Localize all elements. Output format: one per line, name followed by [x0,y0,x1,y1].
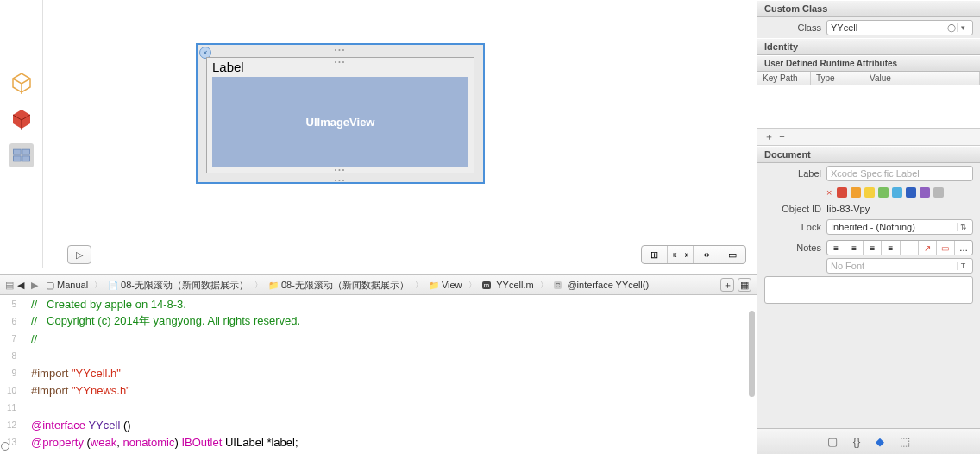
file-tab-icon[interactable]: ▢ [827,435,838,448]
resize-grip-top[interactable]: ••• [335,47,346,53]
cube-wire-icon[interactable] [9,71,34,95]
code-line[interactable]: 11 [0,399,757,416]
svg-rect-0 [13,149,21,154]
code-line[interactable]: 6// Copyright (c) 2014年 yangyong. All ri… [0,312,757,330]
align-center-button[interactable]: ≡ [845,241,864,255]
svg-rect-2 [13,156,21,161]
resize-grip-bottom[interactable]: ••• [335,177,346,183]
uilabel-placeholder[interactable]: Label [212,60,244,74]
add-editor-button[interactable]: ＋ [720,278,734,292]
breadcrumb[interactable]: 📁View [424,280,467,290]
class-field[interactable]: YYcell ◯▾ [826,20,973,35]
assistant-mode[interactable]: ▢ Manual [41,280,92,291]
align-right-button[interactable]: ≡ [864,241,882,255]
interface-builder-canvas[interactable]: × ••• ••• ••• ••• ••• ••• Label UIImageV… [43,0,757,268]
more-button[interactable]: … [955,241,972,255]
font-picker-icon[interactable]: T [957,262,969,270]
link-button[interactable]: ↗ [919,241,937,255]
code-line[interactable]: 13@property (weak, nonatomic) IBOutlet U… [0,433,757,451]
align-button[interactable]: ⊞ [642,246,668,263]
inspector-bottom-tabs: ▢ {} ◆ ⬚ [757,428,980,454]
dash-button[interactable]: — [901,241,919,255]
code-line[interactable]: 9#import "YYcell.h" [0,364,757,381]
swatch-cyan[interactable] [892,187,902,198]
pin-button[interactable]: ⇤⇥ [668,246,694,263]
attr-table-body[interactable] [757,85,980,129]
yycell-view[interactable]: × ••• ••• ••• ••• ••• ••• Label UIImageV… [196,43,485,184]
nav-back-button[interactable]: ◀ [14,280,28,291]
grip-icon: ••• [335,167,346,173]
scrollbar[interactable] [748,311,757,432]
content-view[interactable]: ••• ••• ••• ••• Label UIImageView [206,57,474,173]
code-line[interactable]: 10#import "YYnews.h" [0,381,757,399]
jump-bar: ▤ ◀ ▶ ▢ Manual 〉 📄08-无限滚动（新闻数据展示） 〉 📁08-… [0,274,757,295]
resolve-button[interactable]: ⤙⤚ [694,246,719,263]
thumbnails-icon[interactable] [9,143,34,167]
stepper-icon[interactable]: ⇅ [957,223,969,231]
object-id-value: Iib-83-Vpy [826,204,973,214]
label-label: Label [764,168,821,179]
font-field[interactable]: No Font T [826,258,973,274]
swatch-gray[interactable] [933,187,944,198]
lock-select[interactable]: Inherited - (Nothing) ⇅ [826,219,973,235]
close-editor-button[interactable]: ▦ [738,278,751,292]
play-button[interactable]: ▷ [67,245,91,264]
remove-attr-button[interactable]: − [779,131,784,142]
breadcrumb[interactable]: C@interface YYcell() [550,280,654,290]
code-line[interactable]: 5// Created by apple on 14-8-3. [0,295,757,312]
code-line[interactable]: 12@interface YYcell () [0,416,757,433]
attr-table-header: Key Path Type Value [757,72,980,85]
inspector-panel: Custom Class Class YYcell ◯▾ Identity Us… [757,0,980,454]
label-field[interactable]: Xcode Specific Label [826,166,973,181]
notes-textarea[interactable] [764,276,973,304]
identity-header: Identity [757,38,980,55]
lock-label: Lock [764,222,821,232]
object-tab-icon[interactable]: ◆ [876,435,884,448]
swatch-green[interactable] [878,187,889,198]
runtime-attrs-header: User Defined Runtime Attributes [757,55,980,72]
breadcrumb[interactable]: 📁08-无限滚动（新闻数据展示） [264,279,413,292]
code-line[interactable]: 7// [0,330,757,347]
swatch-yellow[interactable] [864,187,875,198]
code-tab-icon[interactable]: {} [853,435,861,448]
document-header: Document [757,146,980,163]
grip-icon: ••• [335,59,346,65]
breadcrumb[interactable]: 📄08-无限滚动（新闻数据展示） [104,279,253,292]
nav-forward-button[interactable]: ▶ [28,280,41,291]
swatch-blue[interactable] [906,187,916,198]
notes-format-segments: ≡ ≡ ≡ ≡ — ↗ ▭ … [826,240,973,255]
library-rail [0,0,43,268]
chevron-down-icon[interactable]: ▾ [957,23,969,32]
swatch-orange[interactable] [851,187,861,198]
code-line[interactable]: 14@property (weak, nonatomic) IBOutlet U… [0,451,757,454]
add-remove-row: ＋ − [757,129,980,146]
align-justify-button[interactable]: ≡ [882,241,900,255]
uiimageview-placeholder[interactable]: UIImageView [212,77,468,167]
image-button[interactable]: ▭ [937,241,955,255]
breadcrumb[interactable]: mYYcell.m [478,280,538,290]
circle-icon[interactable]: ◯ [945,23,957,32]
align-left-button[interactable]: ≡ [827,241,845,255]
canvas-toolbar: ▷ ⊞ ⇤⇥ ⤙⤚ ▭ [43,242,757,268]
constraints-button-group: ⊞ ⇤⇥ ⤙⤚ ▭ [641,245,746,264]
code-editor[interactable]: 5// Created by apple on 14-8-3.6// Copyr… [0,295,757,454]
swatch-purple[interactable] [920,187,930,198]
class-label: Class [764,22,821,33]
svg-rect-3 [22,156,29,161]
media-tab-icon[interactable]: ⬚ [900,435,910,448]
resize-button[interactable]: ▭ [719,246,745,263]
cube-solid-icon[interactable] [9,107,34,131]
code-line[interactable]: 8 [0,347,757,364]
custom-class-header: Custom Class [757,0,980,17]
svg-rect-1 [22,149,29,154]
clear-color-icon[interactable]: × [826,187,832,198]
swatch-red[interactable] [837,187,847,198]
object-id-label: Object ID [764,204,821,214]
add-attr-button[interactable]: ＋ [764,131,774,142]
breakpoint-indicator[interactable] [1,442,9,451]
notes-label: Notes [764,243,821,253]
color-swatches: × [757,184,980,201]
related-items-icon[interactable]: ▤ [5,280,14,291]
